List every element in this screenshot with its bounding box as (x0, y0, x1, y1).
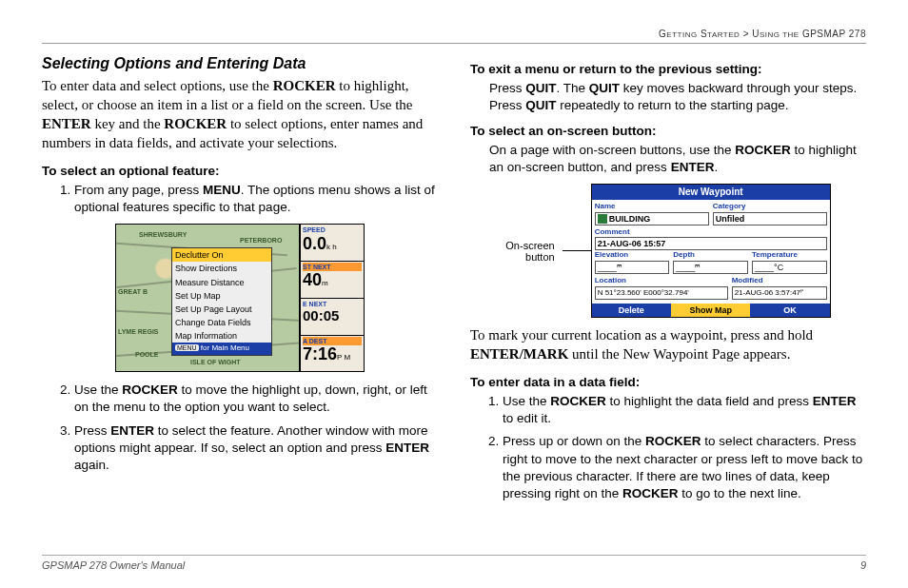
menu-item[interactable]: Change Data Fields (172, 316, 271, 329)
menu-item[interactable]: Measure Distance (172, 276, 271, 289)
depth-field[interactable]: ____ᵐ (673, 261, 748, 274)
task-onscreen-title: To select an on-screen button: (470, 123, 866, 140)
comment-field[interactable]: 21-AUG-06 15:57 (595, 237, 827, 250)
page-number: 9 (860, 559, 866, 571)
step: Use the ROCKER to move the highlight up,… (74, 382, 438, 416)
map-screenshot: SHREWSBURY BIRMINGHAM PETERBORO GREAT B … (115, 224, 365, 372)
name-field[interactable]: BUILDING (595, 212, 709, 225)
menu-item[interactable]: Set Up Page Layout (172, 303, 271, 316)
intro-paragraph: To enter data and select options, use th… (42, 76, 438, 153)
menu-item[interactable]: Declutter On (172, 248, 271, 262)
menu-hint: MENU for Main Menu (172, 343, 271, 355)
breadcrumb: GETTING STARTED > USING THE GPSMAP 278 (42, 29, 866, 44)
section-title: Selecting Options and Entering Data (42, 53, 438, 74)
menu-item[interactable]: Map Information (172, 329, 271, 343)
mark-note: To mark your current location as a waypo… (470, 325, 866, 364)
step: Press up or down on the ROCKER to select… (503, 433, 866, 502)
task-select-feature-title: To select an optional feature: (42, 163, 438, 180)
show-map-button[interactable]: Show Map (671, 304, 750, 317)
task-exit-body: Press QUIT. The QUIT key moves backward … (470, 80, 866, 114)
elevation-field[interactable]: ____ᵐ (595, 261, 670, 274)
task-onscreen-body: On a page with on-screen buttons, use th… (470, 142, 866, 176)
category-field[interactable]: Unfiled (713, 212, 827, 225)
dialog-title: New Waypoint (592, 185, 830, 200)
step: Use the ROCKER to highlight the data fie… (503, 393, 866, 427)
map-data-fields: SPEED0.0k h ST NEXT40m E NEXT00:05 A DES… (299, 225, 364, 371)
task-exit-title: To exit a menu or return to the previous… (470, 61, 866, 78)
location-field[interactable]: N 51°23.560' E000°32.794' (595, 286, 728, 300)
modified-field: 21-AUG-06 3:57:47ᴾ (732, 286, 827, 300)
task-enter-data-title: To enter data in a data field: (470, 374, 866, 391)
callout-label: On-screenbutton (505, 240, 554, 263)
delete-button[interactable]: Delete (592, 304, 671, 317)
waypoint-icon (598, 214, 607, 224)
menu-item[interactable]: Show Directions (172, 262, 271, 275)
options-menu: Declutter On Show Directions Measure Dis… (171, 247, 272, 356)
menu-item[interactable]: Set Up Map (172, 289, 271, 303)
temperature-field[interactable]: ____°C (752, 261, 827, 274)
step: From any page, press MENU. The options m… (74, 182, 438, 216)
ok-button[interactable]: OK (750, 304, 829, 317)
footer-title: GPSMAP 278 Owner's Manual (42, 559, 185, 571)
step: Press ENTER to select the feature. Anoth… (74, 422, 438, 475)
waypoint-screenshot: New Waypoint NameBUILDING CategoryUnfile… (591, 184, 831, 318)
